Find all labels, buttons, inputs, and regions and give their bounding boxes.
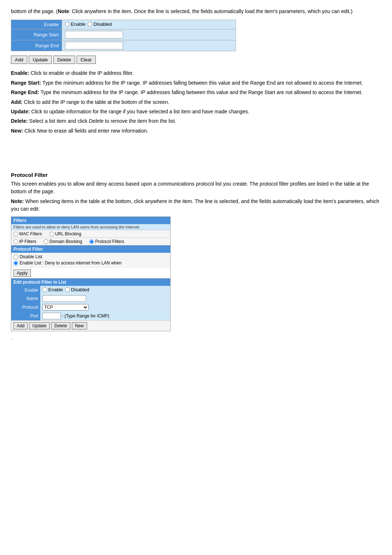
ip-filters-radio[interactable] (13, 239, 18, 244)
desc-enable: Enable: Click to enable or disable the I… (11, 69, 381, 77)
port-dash: - (62, 313, 64, 319)
pf-section-header: Protocol Filter (11, 245, 170, 253)
pf-protocol-select[interactable]: TCP UDP ICMP Both TCP and UDP (42, 304, 89, 311)
range-start-input[interactable] (65, 31, 123, 39)
protocol-filters-radio[interactable] (89, 239, 94, 244)
pf-edit-name-row: Name (11, 294, 170, 303)
disabled-radio-label: Disabled (93, 21, 112, 27)
add-button[interactable]: Add (11, 56, 27, 64)
filter-type-row1: MAC Filters URL Blocking (11, 230, 170, 238)
protocol-filter-section: Protocol Filter This screen enables you … (11, 172, 381, 331)
enable-options: Enable Disabled (62, 20, 236, 29)
enable-radio-enable[interactable]: Enable (65, 21, 85, 27)
pf-edit-buttons: Add Update Delete New (11, 320, 170, 331)
pf-edit-header: Edit protocol Filter in List (11, 278, 170, 286)
note-bold: Note (58, 8, 69, 14)
range-end-row: Range End (11, 40, 236, 51)
pf-edit-enable-row: Enable Enable Disabled (11, 286, 170, 294)
ip-filter-form: Enable Enable Disabled Range Start Range… (11, 20, 236, 51)
enable-radio-group: Enable Disabled (65, 21, 112, 27)
dot-line: . (11, 334, 381, 341)
desc-update: Update: Click to update information for … (11, 108, 381, 116)
range-end-input[interactable] (65, 42, 123, 49)
pf-apply-row: Apply (13, 270, 168, 277)
pf-edit-table: Enable Enable Disabled Name (11, 286, 170, 320)
enable-radio-input[interactable] (65, 22, 70, 27)
pf-delete-button[interactable]: Delete (51, 322, 70, 329)
intro-paragraph: bottom of the page. (Note: Click anywher… (11, 7, 381, 15)
enable-row: Enable Enable Disabled (11, 20, 236, 29)
pf-enable-radio-group: Enable Disabled (42, 287, 89, 292)
domain-blocking-radio[interactable] (44, 239, 48, 244)
protocol-filter-title: Protocol Filter (11, 172, 381, 178)
protocol-filter-note: Note: When selecting items in the table … (11, 198, 381, 213)
enable-list-option[interactable]: Enable List : Deny to access internet fr… (13, 260, 168, 266)
enable-radio-label: Enable (71, 21, 85, 27)
url-blocking-option[interactable]: URL Blocking (49, 231, 81, 236)
disabled-radio-input[interactable] (87, 22, 92, 27)
desc-add: Add: Click to add the IP range to the ta… (11, 98, 381, 106)
pf-edit-port-label: Port (11, 312, 40, 320)
port-hint: (Type Range for ICMP) (65, 313, 109, 319)
desc-delete: Delete: Select a list item and click Del… (11, 117, 381, 125)
protocol-filters-option[interactable]: Protocol Filters (89, 239, 124, 244)
range-start-label: Range Start (11, 29, 62, 40)
filters-subtext: Filters are used to allow or deny LAN us… (11, 224, 170, 230)
enable-radio-disabled[interactable]: Disabled (87, 21, 112, 27)
pf-port-input[interactable] (42, 313, 61, 319)
pf-add-button[interactable]: Add (13, 322, 28, 329)
mac-filters-option[interactable]: MAC Filters (13, 231, 42, 236)
pf-edit-enable-label: Enable (11, 286, 40, 294)
pf-edit-name-label: Name (11, 294, 40, 303)
delete-button[interactable]: Delete (53, 56, 75, 64)
pf-body: Disable List Enable List : Deny to acces… (11, 253, 170, 268)
filter-type-row2: IP Filters Domain Blocking Protocol Filt… (11, 238, 170, 245)
pf-edit-port-cell: - (Type Range for ICMP) (40, 312, 170, 320)
ip-filter-buttons: Add Update Delete Clear (11, 56, 381, 64)
range-end-cell (62, 40, 236, 51)
update-button[interactable]: Update (29, 56, 52, 64)
pf-update-button[interactable]: Update (29, 322, 50, 329)
pf-edit-port-row: Port - (Type Range for ICMP) (11, 312, 170, 320)
enable-label: Enable (11, 20, 62, 29)
protocol-filter-widget: Filters Filters are used to allow or den… (11, 216, 171, 331)
filters-header: Filters (11, 217, 170, 224)
pf-disabled-radio[interactable] (65, 287, 70, 292)
protocol-filter-intro1: This screen enables you to allow and den… (11, 180, 381, 195)
disable-list-option[interactable]: Disable List (13, 254, 168, 259)
pf-edit-protocol-label: Protocol (11, 303, 40, 312)
range-end-label: Range End (11, 40, 62, 51)
desc-range-end: Range End: Type the minimum address for … (11, 88, 381, 96)
range-start-row: Range Start (11, 29, 236, 40)
pf-edit-protocol-cell: TCP UDP ICMP Both TCP and UDP (40, 303, 170, 312)
pf-new-button[interactable]: New (72, 322, 87, 329)
pf-edit-name-cell (40, 294, 170, 303)
range-start-cell (62, 29, 236, 40)
pf-edit-protocol-row: Protocol TCP UDP ICMP Both TCP and UDP (11, 303, 170, 312)
pf-enable-radio[interactable] (42, 287, 47, 292)
description-block: Enable: Click to enable or disable the I… (11, 69, 381, 135)
pf-disabled-option[interactable]: Disabled (65, 287, 89, 292)
desc-range-start: Range Start: Type the minimum address fo… (11, 79, 381, 87)
pf-name-input[interactable] (42, 295, 86, 302)
clear-button[interactable]: Clear (77, 56, 96, 64)
pf-edit-enable-cell: Enable Disabled (40, 286, 170, 294)
url-blocking-radio[interactable] (49, 232, 54, 236)
ip-filters-option[interactable]: IP Filters (13, 239, 36, 244)
pf-apply-button[interactable]: Apply (13, 270, 31, 277)
pf-enable-option[interactable]: Enable (42, 287, 63, 292)
disable-list-radio[interactable] (13, 255, 18, 259)
desc-new: New: Click New to erase all fields and e… (11, 127, 381, 135)
mac-filters-radio[interactable] (13, 232, 18, 236)
domain-blocking-option[interactable]: Domain Blocking (44, 239, 82, 244)
enable-list-radio[interactable] (13, 261, 18, 266)
